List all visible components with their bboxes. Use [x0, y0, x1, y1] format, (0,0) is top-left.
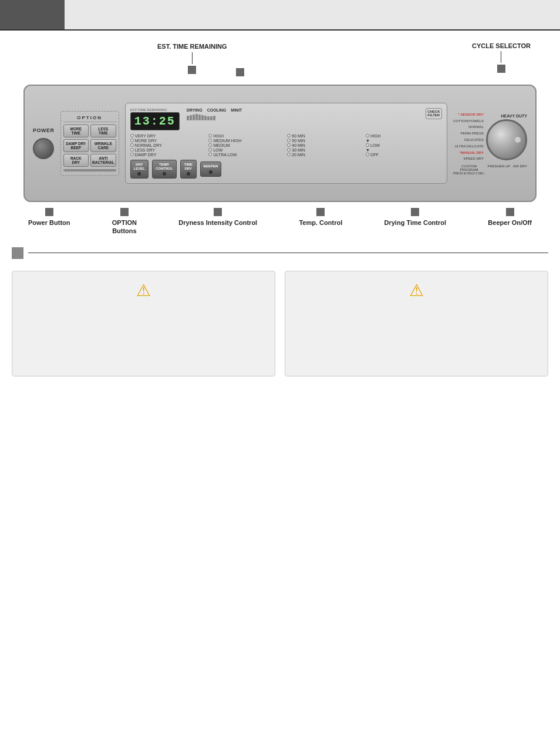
ultra-delicate-label: ULTRA DELICATE	[453, 143, 484, 150]
option-anti-bacterial[interactable]: ANTIBACTERIAL	[90, 154, 116, 167]
option-more-time[interactable]: MORETIME	[63, 125, 89, 137]
check-filter: CHECKFILTER	[426, 108, 442, 119]
warning-icon-left: ⚠	[21, 281, 266, 300]
opt-med-high: MEDIUM HIGH	[208, 139, 285, 143]
delicates-label: DELICATES	[453, 137, 484, 143]
lcd-display: 13:25	[130, 112, 180, 130]
est-time-display-label: EST.TIME REMAINING	[130, 108, 167, 112]
opt-50min: 50 MIN	[287, 139, 363, 143]
btn-time-dry[interactable]: TIMEDRY	[180, 160, 197, 179]
freshen-up-label: FRESHEN UP	[488, 164, 511, 175]
dryer-panel: POWER OPTION MORETIME LESSTIME DAMP DRYB…	[23, 85, 537, 202]
custom-program-label: CUSTOMPROGRAMPRESS & HOLD 3 SEC.	[453, 164, 485, 175]
bottom-labels-row: Power Button OPTIONButtons Dryness Inten…	[18, 204, 542, 236]
opt-normal-dry: NORMAL DRY	[130, 143, 207, 147]
drying-label: DRYING	[187, 108, 203, 112]
air-dry-label: AIR DRY	[513, 164, 527, 175]
bottom-label-drying-time: Drying Time Control	[384, 208, 447, 236]
bottom-label-temp: Temp. Control	[299, 208, 342, 236]
bottom-label-power: Power Button	[28, 208, 70, 236]
cycle-selector-label: CYCLE SELECTOR	[472, 42, 531, 73]
cycle-bottom-labels: CUSTOMPROGRAMPRESS & HOLD 3 SEC. FRESHEN…	[453, 164, 527, 175]
options-panel: OPTION MORETIME LESSTIME DAMP DRYBEEP WR…	[60, 111, 119, 176]
cooling-label: COOLING	[207, 108, 227, 112]
btn-temp-control[interactable]: TEMP.CONTROL	[152, 160, 177, 179]
opt-30min: 30 MIN	[287, 148, 363, 152]
section-divider	[12, 247, 548, 259]
cycle-left-labels: * SENSOR DRY COTTON/TOWELS NORMAL PERM P…	[453, 112, 484, 162]
knob-container: HEAVY DUTY	[486, 114, 527, 160]
opt-medium: MEDIUM	[208, 143, 285, 147]
opt-high: HIGH	[208, 134, 285, 138]
speed-dry-label: SPEED DRY	[453, 156, 484, 162]
opt-off: OFF	[366, 153, 442, 157]
power-label: POWER	[33, 127, 55, 133]
opt-arrow1: ▼	[366, 139, 442, 143]
display-options-grid: VERY DRY HIGH 60 MIN HIGH MORE DRY MEDIU…	[130, 134, 442, 157]
display-area: EST.TIME REMAINING 13:25 DRYING COOLING …	[125, 103, 447, 184]
opt-high2: HIGH	[366, 134, 442, 138]
manual-dry-label: *MANUAL DRY	[453, 150, 484, 156]
option-rack-dry[interactable]: RACKDRY	[63, 154, 89, 167]
sensor-dry-label: * SENSOR DRY	[453, 112, 484, 118]
bottom-label-option: OPTIONButtons	[112, 208, 137, 236]
opt-40min: 40 MIN	[287, 143, 363, 147]
warning-icon-right: ⚠	[294, 281, 539, 300]
section-box	[12, 247, 23, 259]
status-indicators: DRYING COOLING MINIT	[183, 108, 422, 120]
warning-box-right: ⚠	[285, 271, 548, 376]
cycle-knob[interactable]	[486, 119, 527, 160]
opt-low: LOW	[366, 143, 442, 147]
opt-damp-dry: DAMP DRY	[130, 153, 207, 157]
header-tab	[0, 0, 65, 29]
options-title: OPTION	[63, 115, 116, 122]
opt-more-dry: MORE DRY	[130, 139, 207, 143]
bottom-label-beeper: Beeper On/Off	[488, 208, 532, 236]
opt-low2: LOW	[208, 148, 285, 152]
perm-press-label: PERM PRESS	[453, 130, 484, 137]
header	[0, 0, 560, 31]
option-wrinkle[interactable]: WRINKLECARE	[90, 139, 116, 152]
diagram-section: EST. TIME REMAINING CYCLE SELECTOR POWER…	[0, 31, 560, 241]
option-buttons-grid: MORETIME LESSTIME DAMP DRYBEEP WRINKLECA…	[63, 125, 116, 167]
btn-beeper[interactable]: BEEPER	[200, 162, 222, 176]
option-damp-dry[interactable]: DAMP DRYBEEP	[63, 139, 89, 152]
option-less-time[interactable]: LESSTIME	[90, 125, 116, 137]
est-time-label: EST. TIME REMAINING	[157, 42, 227, 74]
opt-less-dry: LESS DRY	[130, 148, 207, 152]
cycle-selector-area: * SENSOR DRY COTTON/TOWELS NORMAL PERM P…	[453, 112, 527, 175]
option-panel-bottom	[63, 169, 116, 171]
opt-very-dry: VERY DRY	[130, 134, 207, 138]
center-connector	[236, 68, 244, 76]
btn-dry-level[interactable]: DRYLEVEL	[130, 160, 149, 179]
minit-label: MINIT	[231, 108, 242, 112]
header-title	[65, 0, 560, 29]
power-button[interactable]	[33, 138, 54, 159]
opt-ultra-low: ULTRA LOW	[208, 153, 285, 157]
warning-box-left: ⚠	[12, 271, 275, 376]
normal-label: NORMAL	[453, 124, 484, 130]
cotton-towels-label: COTTON/TOWELS	[453, 118, 484, 125]
opt-60min: 60 MIN	[287, 134, 363, 138]
warning-section: ⚠ ⚠	[0, 265, 560, 382]
opt-20min: 20 MIN	[287, 153, 363, 157]
bottom-label-dryness: Dryness Intensity Control	[178, 208, 257, 236]
divider-line	[28, 253, 548, 253]
opt-arrow2: ▼	[366, 148, 442, 152]
control-buttons-row: DRYLEVEL TEMP.CONTROL TIMEDRY BEEPER	[130, 160, 442, 179]
display-top-row: EST.TIME REMAINING 13:25 DRYING COOLING …	[130, 108, 442, 130]
heavy-duty-label: HEAVY DUTY	[501, 114, 527, 118]
power-area: POWER	[33, 127, 55, 159]
